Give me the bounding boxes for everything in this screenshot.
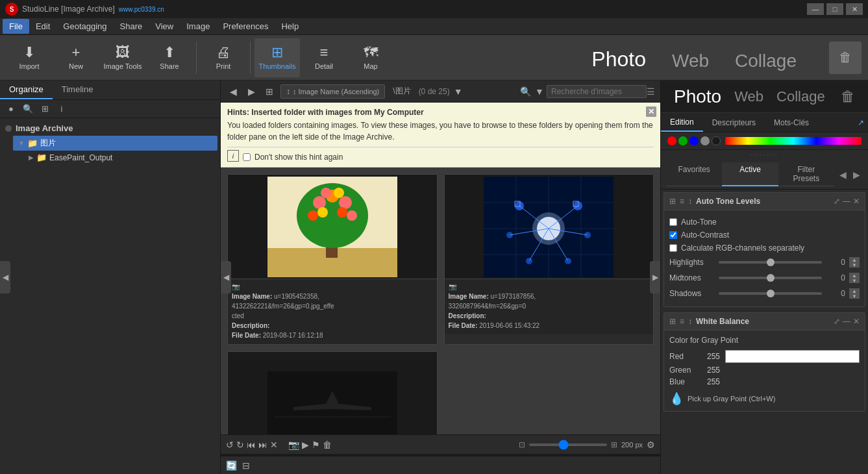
highlights-slider[interactable] (719, 261, 822, 264)
tab-mots-cles[interactable]: Mots-Clés (765, 114, 818, 131)
bottom-filter-button[interactable]: ⊟ (242, 460, 250, 471)
color-dot-blue[interactable] (689, 136, 699, 145)
widget-collapse-btn[interactable]: ↕ (688, 197, 692, 206)
filter-tab-favorites[interactable]: Favorites (666, 162, 722, 186)
color-dot-black[interactable] (712, 136, 721, 145)
center-left-arrow[interactable]: ◀ (221, 261, 231, 293)
right-photo-mode[interactable]: Photo (674, 86, 721, 107)
wb-close-btn[interactable]: ✕ (853, 317, 860, 326)
image-card-1[interactable]: 📷 Image Name: u=1905452358,4132262221&fm… (227, 174, 438, 345)
window-controls[interactable]: — □ ✕ (807, 3, 863, 15)
menu-geotagging[interactable]: Geotagging (56, 19, 113, 34)
midtones-down-button[interactable]: ▼ (849, 278, 860, 283)
hint-info-icon[interactable]: i (227, 150, 239, 162)
right-collage-mode[interactable]: Collage (776, 88, 825, 105)
import-button[interactable]: ⬇ Import (6, 38, 52, 77)
tab-descripteurs[interactable]: Descripteurs (703, 114, 765, 131)
crop-button[interactable]: 📷 (288, 440, 299, 450)
menu-share[interactable]: Share (114, 19, 149, 34)
filter-next-button[interactable]: ▶ (850, 168, 863, 181)
grid-view-button[interactable]: ⊞ (262, 84, 277, 99)
tab-edition[interactable]: Edition (661, 114, 703, 132)
image-card-3[interactable] (227, 351, 438, 434)
color-preview[interactable] (725, 350, 860, 363)
color-dot-green[interactable] (678, 136, 688, 145)
search-dropdown-button[interactable]: ▼ (532, 84, 547, 99)
center-right-arrow[interactable]: ▶ (650, 261, 660, 293)
shadows-slider[interactable] (719, 292, 822, 295)
widget-expand-btn[interactable]: ⤢ (834, 197, 840, 206)
right-trash-icon[interactable]: 🗑 (841, 88, 855, 105)
right-web-mode[interactable]: Web (734, 88, 763, 105)
tab-timeline[interactable]: Timeline (53, 81, 103, 99)
flag-button[interactable]: ⚑ (312, 440, 320, 450)
photo-mode-button[interactable]: Photo (585, 45, 652, 74)
tab-external-link[interactable]: ↗ (854, 114, 868, 131)
wb-expand-btn[interactable]: ⤢ (834, 317, 840, 326)
settings-button[interactable]: ⚙ (647, 440, 655, 450)
tree-item-pictures[interactable]: ▼ 📁 图片 (13, 136, 217, 151)
color-dot-red[interactable] (667, 136, 676, 145)
wb-minimize-btn[interactable]: — (843, 317, 850, 326)
left-tool-grid[interactable]: ⊞ (38, 102, 52, 116)
menu-preferences[interactable]: Preferences (216, 19, 275, 34)
menu-image[interactable]: Image (180, 19, 216, 34)
web-mode-button[interactable]: Web (665, 48, 715, 74)
dont-show-checkbox[interactable] (243, 153, 251, 161)
detail-button[interactable]: ≡ Detail (301, 38, 347, 77)
image-card-2[interactable]: 📷 Image Name: u=1973187856,3326087964&fm… (444, 174, 654, 345)
auto-contrast-checkbox[interactable] (669, 231, 677, 239)
left-tool-circle[interactable]: ● (4, 102, 18, 116)
color-gradient-bar[interactable] (725, 137, 862, 145)
map-button[interactable]: 🗺 Map (348, 38, 393, 77)
left-tool-info[interactable]: i (55, 102, 69, 116)
menu-view[interactable]: View (149, 19, 180, 34)
collage-mode-button[interactable]: Collage (728, 48, 803, 74)
expand-button[interactable]: ▼ (454, 86, 463, 97)
delete-button[interactable]: ✕ (270, 440, 278, 450)
midtones-slider[interactable] (719, 277, 822, 279)
share-button[interactable]: ⬆ Share (147, 38, 192, 77)
bottom-refresh-button[interactable]: 🔄 (226, 460, 237, 471)
wb-collapse-btn[interactable]: ↕ (688, 317, 692, 326)
thumbnails-button[interactable]: ⊞ Thumbnails (254, 38, 300, 77)
auto-tone-checkbox[interactable] (669, 218, 677, 226)
filter-prev-button[interactable]: ◀ (837, 168, 849, 181)
highlights-down-button[interactable]: ▼ (849, 262, 860, 268)
minimize-button[interactable]: — (807, 3, 824, 15)
menu-edit[interactable]: Edit (29, 19, 56, 34)
new-button[interactable]: + New (53, 38, 99, 77)
search-menu-button[interactable]: ☰ (647, 86, 655, 97)
rotate-right-button[interactable]: ↻ (236, 440, 244, 450)
menu-file[interactable]: File (3, 19, 29, 34)
sort-button[interactable]: ↕ ↕ Image Name (Ascending) (280, 84, 385, 99)
last-button[interactable]: ⏭ (258, 440, 267, 450)
search-options-button[interactable]: 🔍 (518, 84, 532, 99)
search-input[interactable] (551, 87, 642, 96)
nav-back-button[interactable]: ◀ (226, 84, 240, 99)
image-tools-button[interactable]: 🖼 Image Tools (100, 38, 145, 77)
filter-tab-active[interactable]: Active (722, 162, 778, 186)
size-slider[interactable] (529, 443, 607, 446)
widget-close-btn[interactable]: ✕ (853, 197, 860, 206)
play-button[interactable]: ▶ (302, 440, 309, 450)
color-dot-gray[interactable] (701, 136, 710, 145)
widget-minimize-btn[interactable]: — (843, 197, 850, 206)
filter-tab-presets[interactable]: Filter Presets (778, 162, 834, 186)
maximize-button[interactable]: □ (826, 3, 843, 15)
trash-image-button[interactable]: 🗑 (323, 440, 332, 450)
close-button[interactable]: ✕ (846, 3, 863, 15)
hint-close-button[interactable]: ✕ (646, 106, 656, 117)
nav-forward-button[interactable]: ▶ (244, 84, 258, 99)
tab-organize[interactable]: Organize (0, 81, 53, 99)
trash-button[interactable]: 🗑 (829, 42, 862, 74)
first-button[interactable]: ⏮ (247, 440, 256, 450)
left-panel-collapse[interactable]: ◀ (0, 261, 10, 293)
pickup-gray-point[interactable]: 💧 Pick up Gray Point (Ctrl+W) (669, 392, 860, 406)
tree-item-easepaint[interactable]: ▶ 📁 EasePaint_Output (23, 151, 217, 164)
rgb-channels-checkbox[interactable] (669, 244, 677, 252)
menu-help[interactable]: Help (275, 19, 305, 34)
print-button[interactable]: 🖨 Print (201, 38, 246, 77)
shadows-down-button[interactable]: ▼ (849, 293, 860, 299)
rotate-left-button[interactable]: ↺ (226, 440, 234, 450)
